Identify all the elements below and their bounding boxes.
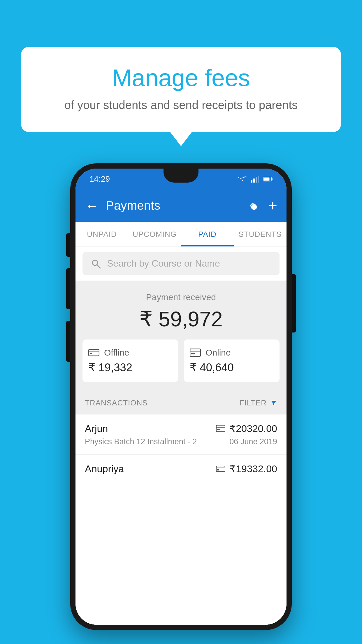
tab-unpaid[interactable]: UNPAID xyxy=(75,222,128,246)
online-card-header: Online xyxy=(190,348,274,358)
offline-transaction-icon xyxy=(216,465,225,473)
transaction-amount-area: ₹19332.00 xyxy=(216,463,277,475)
app-title: Payments xyxy=(106,199,246,213)
offline-label: Offline xyxy=(104,348,129,358)
svg-rect-15 xyxy=(216,466,225,472)
transaction-amount-area: ₹20320.00 xyxy=(216,423,277,434)
battery-icon xyxy=(263,176,273,182)
status-icons xyxy=(238,176,273,183)
transactions-header: TRANSACTIONS FILTER xyxy=(75,391,287,414)
bubble-subtitle: of your students and send receipts to pa… xyxy=(44,99,318,112)
tab-students[interactable]: STUDENTS xyxy=(234,222,287,246)
transaction-course: Physics Batch 12 Installment - 2 xyxy=(85,437,197,446)
speech-bubble-container: Manage fees of your students and send re… xyxy=(21,47,341,132)
transaction-date: 06 June 2019 xyxy=(229,437,277,446)
svg-rect-11 xyxy=(190,349,201,356)
svg-rect-2 xyxy=(256,177,257,183)
svg-rect-16 xyxy=(217,469,219,470)
back-button[interactable]: ← xyxy=(85,198,99,214)
svg-rect-3 xyxy=(258,176,259,183)
payment-received-section: Payment received ₹ 59,972 Offline ₹ 19,3… xyxy=(75,281,287,391)
svg-rect-14 xyxy=(217,429,220,430)
search-bar[interactable]: Search by Course or Name xyxy=(82,252,280,275)
offline-payment-icon xyxy=(88,348,99,357)
offline-payment-card: Offline ₹ 19,332 xyxy=(82,340,178,382)
transaction-amount: ₹20320.00 xyxy=(229,423,277,434)
online-payment-card: Online ₹ 40,640 xyxy=(184,340,280,382)
phone-frame: 14:29 xyxy=(70,163,292,630)
svg-rect-6 xyxy=(271,178,273,180)
transaction-name: Arjun xyxy=(85,423,108,434)
app-bar-actions: + xyxy=(246,197,277,214)
offline-card-header: Offline xyxy=(88,348,172,358)
transaction-row-top: Anupriya ₹19332.00 xyxy=(85,463,277,475)
svg-rect-10 xyxy=(90,353,92,354)
notch xyxy=(164,169,198,183)
transactions-list: Arjun ₹20320.00 Physics Batch 12 Install… xyxy=(75,414,287,625)
filter-label: FILTER xyxy=(239,398,267,407)
settings-icon[interactable] xyxy=(246,199,259,212)
search-icon xyxy=(91,258,101,269)
transaction-row-top: Arjun ₹20320.00 xyxy=(85,423,277,434)
search-container: Search by Course or Name xyxy=(75,246,287,281)
filter-button[interactable]: FILTER xyxy=(239,398,277,407)
table-row[interactable]: Arjun ₹20320.00 Physics Batch 12 Install… xyxy=(75,414,287,455)
online-payment-icon xyxy=(190,349,201,357)
payment-total-amount: ₹ 59,972 xyxy=(82,307,280,331)
svg-rect-12 xyxy=(191,353,195,354)
payment-cards: Offline ₹ 19,332 Online ₹ 40,640 xyxy=(82,340,280,382)
add-button[interactable]: + xyxy=(268,197,277,214)
payment-received-label: Payment received xyxy=(82,292,280,302)
app-bar: ← Payments + xyxy=(75,190,287,222)
bubble-title: Manage fees xyxy=(44,64,318,92)
status-bar: 14:29 xyxy=(75,169,287,190)
table-row[interactable]: Anupriya ₹19332.00 xyxy=(75,455,287,486)
offline-amount: ₹ 19,332 xyxy=(88,361,172,374)
transaction-row-bottom: Physics Batch 12 Installment - 2 06 June… xyxy=(85,437,277,446)
tabs-container: UNPAID UPCOMING PAID STUDENTS xyxy=(75,222,287,246)
search-placeholder: Search by Course or Name xyxy=(107,258,220,269)
svg-rect-1 xyxy=(253,178,255,183)
signal-icon xyxy=(251,176,259,183)
online-label: Online xyxy=(205,348,231,358)
tab-upcoming[interactable]: UPCOMING xyxy=(128,222,181,246)
transactions-label: TRANSACTIONS xyxy=(85,398,148,407)
wifi-icon xyxy=(238,176,247,182)
svg-rect-5 xyxy=(264,178,270,181)
transaction-name: Anupriya xyxy=(85,463,124,475)
online-amount: ₹ 40,640 xyxy=(190,361,274,374)
svg-rect-13 xyxy=(216,425,225,432)
svg-rect-0 xyxy=(251,180,252,183)
online-transaction-icon xyxy=(216,425,225,432)
svg-line-8 xyxy=(97,265,100,268)
phone-screen: 14:29 xyxy=(75,169,287,625)
transaction-amount: ₹19332.00 xyxy=(229,463,277,475)
status-time: 14:29 xyxy=(89,174,110,184)
tab-paid[interactable]: PAID xyxy=(181,222,234,246)
filter-icon xyxy=(270,400,277,407)
speech-bubble: Manage fees of your students and send re… xyxy=(21,47,341,132)
